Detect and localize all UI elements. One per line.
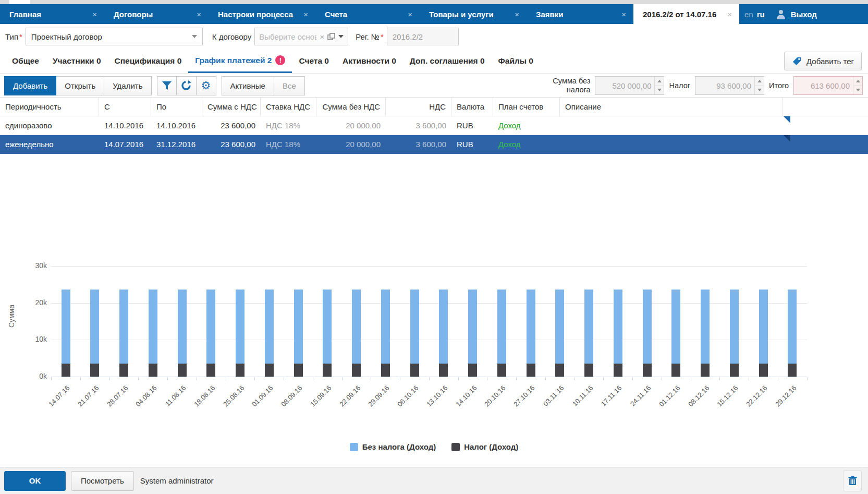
window-tab-contracts[interactable]: Договоры×: [104, 4, 209, 24]
lang-en-button[interactable]: en: [744, 10, 753, 19]
bar-segment: [206, 364, 215, 377]
spin-up-button[interactable]: [853, 77, 862, 86]
tab-activities[interactable]: Активности 0: [336, 49, 403, 73]
copy-icon[interactable]: [327, 33, 335, 41]
close-icon[interactable]: ×: [92, 10, 97, 19]
view-button[interactable]: Посмотреть: [71, 471, 134, 491]
filter-all-toggle[interactable]: Все: [274, 76, 305, 95]
x-axis-tick: [807, 377, 808, 380]
window-tab-bar: Главная× Договоры× Настроки процесса× Сч…: [0, 4, 868, 24]
window-tab-home[interactable]: Главная×: [0, 4, 104, 24]
table-row-selected[interactable]: еженедельно 14.07.2016 31.12.2016 23 600…: [0, 135, 868, 154]
close-icon[interactable]: ×: [303, 10, 308, 19]
filter-button[interactable]: [157, 76, 177, 95]
logout-link[interactable]: Выход: [791, 10, 817, 19]
x-axis-tick: [632, 377, 633, 380]
bar-segment: [381, 290, 390, 363]
spin-down-button[interactable]: [655, 86, 664, 95]
window-tab-invoices[interactable]: Счета×: [315, 4, 420, 24]
add-button[interactable]: Добавить: [4, 76, 56, 95]
reg-number-field[interactable]: 2016.2/2: [387, 28, 459, 45]
tax-field[interactable]: 93 600,00: [695, 76, 764, 95]
x-axis-tick: [662, 377, 662, 380]
trash-button[interactable]: [843, 471, 862, 491]
col-header-description[interactable]: Описание: [560, 98, 783, 116]
col-header-sum-no-vat[interactable]: Сумма без НДС: [316, 98, 386, 116]
tab-files[interactable]: Файлы 0: [492, 49, 540, 73]
col-header-to[interactable]: По: [151, 98, 202, 116]
legend-item[interactable]: Без налога (Доход): [350, 442, 436, 451]
open-button[interactable]: Открыть: [56, 76, 104, 95]
lang-ru-button[interactable]: ru: [757, 10, 765, 19]
refresh-button[interactable]: [177, 76, 197, 95]
caret-down-icon[interactable]: [338, 35, 344, 38]
col-header-from[interactable]: С: [99, 98, 151, 116]
x-axis-tick: [284, 377, 284, 380]
col-header-vat-rate[interactable]: Ставка НДС: [261, 98, 316, 116]
spin-up-button[interactable]: [755, 77, 764, 86]
clear-icon[interactable]: ×: [320, 32, 324, 41]
contract-type-select[interactable]: Проектный договор: [26, 28, 203, 45]
add-tag-button[interactable]: Добавить тег: [784, 52, 862, 70]
bar-segment: [671, 364, 680, 377]
col-header-sum-vat[interactable]: Сумма с НДС: [202, 98, 261, 116]
caret-down-icon: [192, 35, 197, 38]
close-icon[interactable]: ×: [621, 10, 626, 19]
close-icon[interactable]: ×: [408, 10, 412, 19]
window-tab-current-contract[interactable]: 2016.2/2 от 14.07.16×: [633, 4, 739, 24]
x-axis-tick: [167, 377, 168, 380]
tab-general[interactable]: Общее: [5, 49, 46, 73]
legend-label: Без налога (Доход): [362, 442, 436, 451]
x-axis-tick: [371, 377, 371, 380]
close-icon[interactable]: ×: [727, 10, 732, 19]
ok-button[interactable]: OK: [4, 471, 66, 491]
bar-segment: [439, 290, 448, 363]
settings-button[interactable]: ⚙: [197, 76, 216, 95]
spin-down-button[interactable]: [853, 86, 862, 95]
language-switcher: en ru: [739, 4, 770, 24]
to-contract-combobox[interactable]: Выберите основ ×: [254, 28, 348, 45]
x-axis-tick: [574, 377, 575, 380]
close-icon[interactable]: ×: [197, 10, 201, 19]
spin-up-button[interactable]: [655, 77, 664, 86]
bar-segment: [788, 290, 797, 363]
x-axis-tick: [80, 377, 81, 380]
col-header-periodicity[interactable]: Периодичность: [0, 98, 99, 116]
gridline: [51, 303, 807, 304]
legend-label: Налог (Доход): [464, 442, 518, 451]
x-axis-tick: [691, 377, 691, 380]
col-header-currency[interactable]: Валюта: [451, 98, 493, 116]
window-tab-requests[interactable]: Заявки×: [527, 4, 633, 24]
x-axis-tick: [778, 377, 778, 380]
x-axis-tick: [458, 377, 459, 380]
bar-segment: [265, 364, 274, 377]
current-user-label: System administrator: [140, 476, 214, 485]
tab-payment-schedule[interactable]: График платежей 2 !: [188, 49, 292, 73]
col-header-plan[interactable]: План счетов: [493, 98, 560, 116]
table-header: Периодичность С По Сумма с НДС Ставка НД…: [0, 97, 868, 116]
col-header-vat[interactable]: НДС: [386, 98, 451, 116]
bar-segment: [527, 290, 535, 363]
window-tab-goods-services[interactable]: Товары и услуги×: [420, 4, 527, 24]
filter-active-toggle[interactable]: Активные: [222, 76, 274, 95]
sum-no-tax-label: Сумма без налога: [553, 77, 590, 94]
tab-participants[interactable]: Участники 0: [46, 49, 108, 73]
bar-segment: [584, 364, 593, 377]
bar-segment: [555, 290, 564, 363]
total-field[interactable]: 613 600,00: [793, 76, 863, 95]
x-axis-tick: [487, 377, 487, 380]
bar-segment: [527, 364, 535, 377]
spin-down-button[interactable]: [755, 86, 764, 95]
tab-invoices[interactable]: Счета 0: [292, 49, 336, 73]
close-icon[interactable]: ×: [515, 10, 519, 19]
delete-button[interactable]: Удалить: [104, 76, 151, 95]
person-icon: [775, 8, 787, 20]
tab-addendums[interactable]: Доп. соглашения 0: [403, 49, 492, 73]
window-tab-process-settings[interactable]: Настроки процесса×: [209, 4, 315, 24]
sum-no-tax-field[interactable]: 520 000,00: [595, 76, 664, 95]
legend-item[interactable]: Налог (Доход): [451, 442, 518, 451]
bar-segment: [265, 290, 274, 363]
tab-specification[interactable]: Спецификация 0: [108, 49, 189, 73]
bar-segment: [410, 290, 419, 363]
table-row[interactable]: единоразово 14.10.2016 14.10.2016 23 600…: [0, 116, 868, 135]
